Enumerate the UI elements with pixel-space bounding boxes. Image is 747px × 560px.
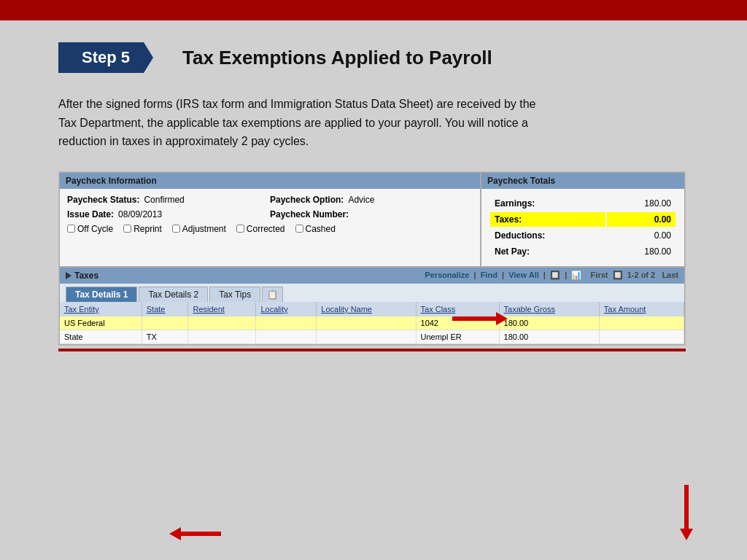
viewall-link[interactable]: View All [508,271,539,279]
resident-usfederal [188,316,256,330]
tab-icon[interactable]: 📋 [262,287,283,302]
taxes-header: Taxes Personalize | Find | View All | 🔲 … [60,268,684,284]
table-header-row: Tax Entity State Resident Locality Local… [60,302,684,316]
issue-date-value: 08/09/2013 [118,209,162,219]
tab-tax-tips[interactable]: Tax Tips [209,287,260,302]
totals-netpay-row: Net Pay: 180.00 [490,244,676,259]
reprint-label: Reprint [133,224,162,234]
taxamount-state [599,330,684,343]
page-title: Tax Exemptions Applied to Payroll [182,47,492,69]
th-entity[interactable]: Tax Entity [60,302,142,316]
netpay-value: 180.00 [607,244,676,259]
date-col: Issue Date: 08/09/2013 [67,209,270,219]
offcycle-label: Off Cycle [77,224,113,234]
offcycle-checkbox[interactable] [67,225,75,233]
th-locality[interactable]: Locality [256,302,317,316]
nav-first[interactable]: First [591,271,608,279]
taxes-nav: Personalize | Find | View All | 🔲 | 📊 Fi… [425,271,678,280]
reprint-checkbox[interactable] [123,225,131,233]
checkbox-cashed[interactable]: Cashed [295,224,336,234]
nav-last[interactable]: Last [662,271,678,279]
personalize-link[interactable]: Personalize [425,271,469,279]
totals-taxes-row: Taxes: 0.00 [490,212,676,227]
table-row: State TX Unempl ER 180.00 [60,330,684,343]
locality-state [256,330,317,343]
page-icon: 🔲 [550,271,560,279]
arrow-head-left [169,527,181,540]
top-bar [0,0,747,20]
taxes-value: 0.00 [607,212,676,227]
tab-tax-details-2[interactable]: Tax Details 2 [139,287,208,302]
triangle-icon [66,272,71,279]
arrow-line-left [181,532,221,536]
bottom-line [58,349,686,351]
th-tax-amount[interactable]: Tax Amount [599,302,684,316]
status-row: Paycheck Status: Confirmed Paycheck Opti… [67,195,473,205]
totals-table: Earnings: 180.00 Taxes: 0.00 Deductions:… [489,195,677,260]
table-row: US Federal 1042 180.00 [60,316,684,330]
deductions-value: 0.00 [607,228,676,243]
checkbox-adjustment[interactable]: Adjustment [172,224,226,234]
checkbox-offcycle[interactable]: Off Cycle [67,224,113,234]
option-label: Paycheck Option: [270,195,344,205]
cashed-checkbox[interactable] [295,225,303,233]
arrow-head-down [680,529,693,540]
checkboxes-row: Off Cycle Reprint Adjustment [67,224,473,234]
entity-usfederal: US Federal [60,316,142,330]
tab-tax-details-1[interactable]: Tax Details 1 [66,287,137,302]
paycheck-panels: Paycheck Information Paycheck Status: Co… [59,172,685,267]
arrow-down [680,485,693,551]
taxes-header-label: Taxes [74,271,98,281]
earnings-value: 180.00 [607,196,676,211]
paycheck-totals-panel: Paycheck Totals Earnings: 180.00 Taxes: [481,172,685,267]
netpay-label: Net Pay: [490,244,605,259]
issue-date-label: Issue Date: [67,209,114,219]
screenshot-container: Paycheck Information Paycheck Status: Co… [58,171,686,346]
taxablegross-state: 180.00 [499,330,599,343]
state-usfederal [142,316,188,330]
locality-usfederal [256,316,317,330]
totals-deductions-row: Deductions: 0.00 [490,228,676,243]
taxes-section: Taxes Personalize | Find | View All | 🔲 … [59,267,685,345]
taxamount-usfederal [599,316,684,330]
status-col: Paycheck Status: Confirmed [67,195,270,205]
tabs-row: Tax Details 1 Tax Details 2 Tax Tips 📋 [60,284,684,302]
main-content: Step 5 Tax Exemptions Applied to Payroll… [44,20,703,560]
entity-state: State [60,330,142,343]
number-col: Paycheck Number: [270,209,473,219]
checkbox-reprint[interactable]: Reprint [123,224,162,234]
arrow-line-v [684,485,689,529]
th-resident[interactable]: Resident [188,302,256,316]
description-text: After the signed forms (IRS tax form and… [58,95,554,151]
status-label: Paycheck Status: [67,195,139,205]
corrected-checkbox[interactable] [236,225,244,233]
arrow-line [452,316,496,321]
checkbox-corrected[interactable]: Corrected [236,224,285,234]
nav-pages: 1-2 of 2 [627,271,656,279]
paycheck-info-header: Paycheck Information [60,173,480,189]
th-locality-name[interactable]: Locality Name [317,302,416,316]
paycheck-info-body: Paycheck Status: Confirmed Paycheck Opti… [60,189,480,240]
paycheck-info-panel: Paycheck Information Paycheck Status: Co… [59,172,481,267]
paycheck-totals-body: Earnings: 180.00 Taxes: 0.00 Deductions:… [481,189,684,266]
arrow-head [496,312,508,325]
resident-state [188,330,256,343]
step-badge-label: Step 5 [82,48,130,66]
header-row: Step 5 Tax Exemptions Applied to Payroll [58,42,689,73]
adjustment-checkbox[interactable] [172,225,180,233]
taxclass-state: Unempl ER [416,330,499,343]
taxes-header-left: Taxes [66,271,98,281]
arrow-to-usfederal [169,527,228,540]
arrow-to-taxes-row [452,312,518,325]
option-value: Advice [348,195,374,205]
corrected-label: Corrected [247,224,285,234]
cashed-label: Cashed [306,224,336,234]
th-state[interactable]: State [142,302,188,316]
earnings-label: Earnings: [490,196,605,211]
deductions-label: Deductions: [490,228,605,243]
localityname-usfederal [317,316,416,330]
find-link[interactable]: Find [481,271,498,279]
status-value: Confirmed [144,195,184,205]
paycheck-totals-header: Paycheck Totals [481,173,684,189]
taxes-label: Taxes: [490,212,605,227]
